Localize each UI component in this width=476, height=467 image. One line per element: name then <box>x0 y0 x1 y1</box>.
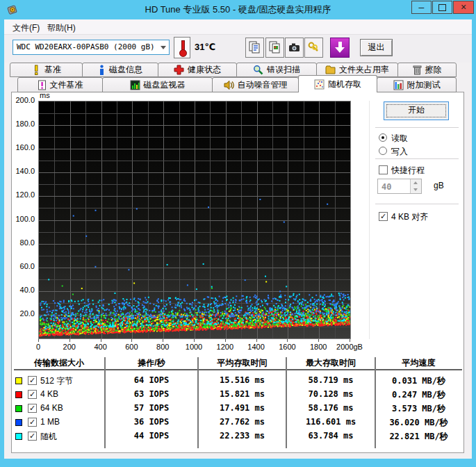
tab-random-access[interactable]: 随机存取 <box>298 75 377 92</box>
separator <box>375 158 459 159</box>
screenshot-button[interactable] <box>285 38 304 58</box>
avg-access-value: 15.821 ms <box>199 389 286 399</box>
short-stroke-size-input[interactable]: 40 <box>377 179 422 194</box>
series-color-swatch <box>15 391 22 398</box>
col-iops: 操作/秒 <box>106 357 197 369</box>
tab-label: 随机存取 <box>328 79 361 90</box>
series-checkbox[interactable]: ✓ <box>28 390 37 399</box>
avg-speed-value: 0.247 MB/秒 <box>376 389 461 401</box>
iops-value: 64 IOPS <box>106 375 197 385</box>
short-stroke-checkbox[interactable] <box>379 165 388 174</box>
scatter-plot <box>38 101 351 339</box>
title-bar: HD Tune 专业版 5.50 - 硬盘/固态硬盘实用程序 – × <box>0 0 476 19</box>
register-button[interactable] <box>304 38 323 58</box>
maximize-button[interactable] <box>432 1 452 14</box>
tab-label: 自动噪音管理 <box>238 79 288 91</box>
focus-outline <box>386 104 446 117</box>
minimize-icon: – <box>419 1 425 13</box>
avg-access-value: 27.762 ms <box>199 417 286 427</box>
series-checkbox[interactable]: ✓ <box>28 404 37 413</box>
random-access-icon <box>314 79 325 90</box>
tab-disk-monitor[interactable]: 磁盘监视器 <box>102 77 213 92</box>
benchmark-icon <box>31 65 41 75</box>
copy-image-icon <box>268 41 281 54</box>
tab-auto-acoustic[interactable]: 自动噪音管理 <box>212 77 299 92</box>
tab-benchmark[interactable]: 基准 <box>10 63 83 77</box>
extra-tests-icon <box>393 80 404 90</box>
separator <box>375 204 459 204</box>
minimize-button[interactable]: – <box>411 1 432 14</box>
iops-value: 44 IOPS <box>106 431 197 441</box>
series-color-swatch <box>15 433 22 440</box>
temperature-value: 31℃ <box>195 42 215 52</box>
avg-speed-value: 22.821 MB/秒 <box>376 431 461 443</box>
menu-help[interactable]: 帮助(H) <box>44 22 79 35</box>
disk-info-icon <box>98 65 106 75</box>
series-checkbox[interactable]: ✓ <box>28 432 37 441</box>
tab-disk-info[interactable]: 磁盘信息 <box>82 63 158 77</box>
health-cross-icon <box>174 65 184 75</box>
disk-monitor-icon <box>130 80 140 90</box>
chevron-down-icon <box>161 46 166 49</box>
chart-controls-divider <box>369 101 370 339</box>
toolbar: WDC WD20EARX-00PASB0 (2000 gB) 31℃ <box>4 35 472 63</box>
write-radio-label: 写入 <box>391 146 408 158</box>
tab-health[interactable]: 健康状态 <box>158 63 237 77</box>
spin-down-button[interactable] <box>411 186 421 193</box>
read-radio-label: 读取 <box>391 133 408 145</box>
separator <box>375 127 459 128</box>
tab-extra-tests[interactable]: 附加测试 <box>377 77 457 92</box>
update-download-button[interactable] <box>330 38 350 58</box>
copy-image-button[interactable] <box>265 38 284 58</box>
exit-button[interactable]: 退出 <box>360 39 393 56</box>
iops-value: 57 IOPS <box>106 403 197 413</box>
series-checkbox[interactable]: ✓ <box>28 376 37 385</box>
tab-label: 文件基准 <box>50 79 83 91</box>
tab-label: 文件夹占用率 <box>339 64 389 76</box>
col-max-access: 最大存取时间 <box>287 357 375 369</box>
start-button[interactable]: 开始 <box>384 101 449 120</box>
col-avg-access: 平均存取时间 <box>199 357 286 369</box>
close-icon: × <box>461 1 466 13</box>
align-4kb-checkbox[interactable]: ✓ <box>379 212 388 221</box>
iops-value: 63 IOPS <box>106 389 197 399</box>
avg-speed-value: 0.031 MB/秒 <box>376 375 461 387</box>
series-label: 随机 <box>40 431 57 443</box>
drive-select-value: WDC WD20EARX-00PASB0 (2000 gB) <box>17 42 155 51</box>
avg-access-value: 17.491 ms <box>199 403 286 413</box>
series-color-swatch <box>15 405 22 412</box>
menu-bar: 文件(F) 帮助(H) <box>4 19 472 35</box>
arrow-down-icon <box>413 188 418 191</box>
window-title: HD Tune 专业版 5.50 - 硬盘/固态硬盘实用程序 <box>0 3 476 16</box>
file-benchmark-icon <box>38 80 47 90</box>
avg-speed-value: 36.020 MB/秒 <box>376 417 461 429</box>
tab-label: 擦除 <box>425 64 442 76</box>
series-color-swatch <box>15 419 22 426</box>
tab-label: 磁盘监视器 <box>144 79 186 91</box>
menu-file[interactable]: 文件(F) <box>10 22 42 35</box>
maximize-icon <box>438 4 446 11</box>
series-label: 512 字节 <box>40 375 73 387</box>
close-button[interactable]: × <box>453 1 474 14</box>
tab-erase[interactable]: 擦除 <box>397 63 457 77</box>
col-transfer-size: 传输数据大小 <box>14 357 104 369</box>
checkmark-icon: ✓ <box>380 212 386 220</box>
copy-text-icon <box>248 41 261 54</box>
x-axis-ticks: 0200400600800100012001400160018002000gB <box>38 343 365 352</box>
series-checkbox[interactable]: ✓ <box>28 418 37 427</box>
copy-text-button[interactable] <box>245 38 264 58</box>
y-axis-ticks: 200.0180.0160.0140.0120.0100.080.060.040… <box>8 101 36 339</box>
erase-trash-icon <box>413 65 422 75</box>
app-window: HD Tune 专业版 5.50 - 硬盘/固态硬盘实用程序 – × 文件(F)… <box>0 0 476 467</box>
tab-file-benchmark[interactable]: 文件基准 <box>17 77 103 92</box>
temperature-button[interactable] <box>174 37 190 58</box>
tab-label: 基准 <box>44 64 61 76</box>
series-label: 4 KB <box>40 389 58 399</box>
drive-select[interactable]: WDC WD20EARX-00PASB0 (2000 gB) <box>13 40 170 55</box>
short-stroke-value: 40 <box>381 182 391 192</box>
avg-speed-value: 3.573 MB/秒 <box>376 403 461 415</box>
write-radio[interactable] <box>379 147 387 155</box>
scatter-canvas <box>39 101 350 338</box>
read-radio[interactable] <box>379 133 387 142</box>
camera-icon <box>288 41 301 54</box>
